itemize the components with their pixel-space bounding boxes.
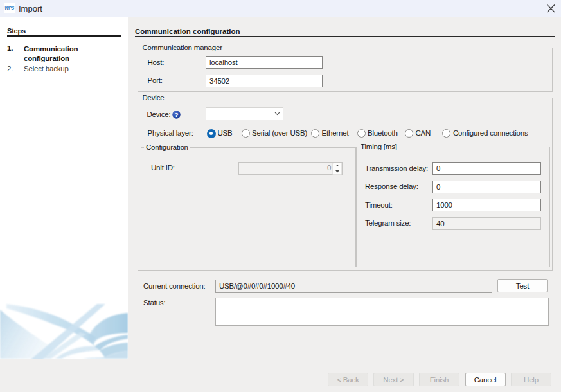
svg-text:?: ?	[174, 111, 178, 118]
